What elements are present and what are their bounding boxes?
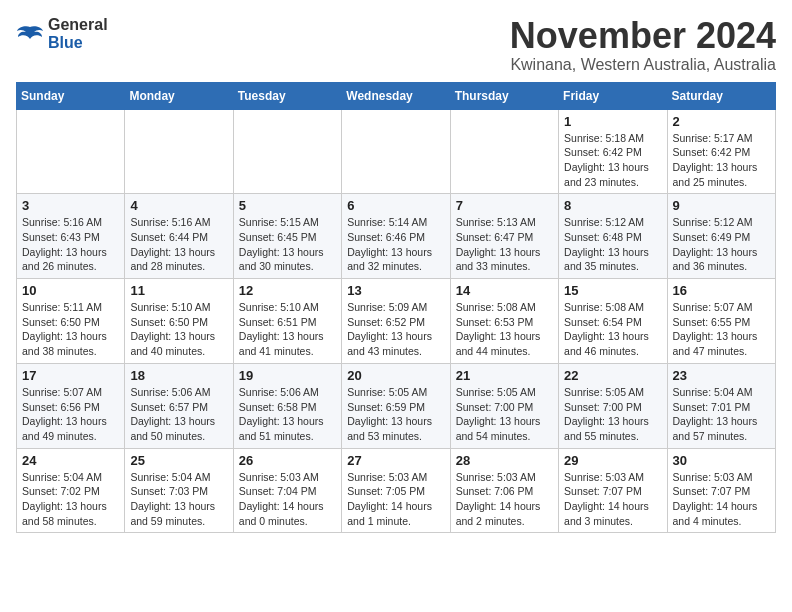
day-cell: 11Sunrise: 5:10 AM Sunset: 6:50 PM Dayli…: [125, 279, 233, 364]
day-detail: Sunrise: 5:10 AM Sunset: 6:51 PM Dayligh…: [239, 300, 336, 359]
day-detail: Sunrise: 5:15 AM Sunset: 6:45 PM Dayligh…: [239, 215, 336, 274]
col-header-saturday: Saturday: [667, 82, 775, 109]
day-detail: Sunrise: 5:04 AM Sunset: 7:02 PM Dayligh…: [22, 470, 119, 529]
day-detail: Sunrise: 5:06 AM Sunset: 6:58 PM Dayligh…: [239, 385, 336, 444]
col-header-thursday: Thursday: [450, 82, 558, 109]
day-cell: 28Sunrise: 5:03 AM Sunset: 7:06 PM Dayli…: [450, 448, 558, 533]
month-title: November 2024: [510, 16, 776, 56]
day-detail: Sunrise: 5:05 AM Sunset: 6:59 PM Dayligh…: [347, 385, 444, 444]
day-detail: Sunrise: 5:03 AM Sunset: 7:04 PM Dayligh…: [239, 470, 336, 529]
day-cell: 9Sunrise: 5:12 AM Sunset: 6:49 PM Daylig…: [667, 194, 775, 279]
day-cell: 10Sunrise: 5:11 AM Sunset: 6:50 PM Dayli…: [17, 279, 125, 364]
day-cell: [233, 109, 341, 194]
day-cell: 7Sunrise: 5:13 AM Sunset: 6:47 PM Daylig…: [450, 194, 558, 279]
day-detail: Sunrise: 5:03 AM Sunset: 7:07 PM Dayligh…: [673, 470, 770, 529]
day-cell: 13Sunrise: 5:09 AM Sunset: 6:52 PM Dayli…: [342, 279, 450, 364]
day-number: 22: [564, 368, 661, 383]
day-number: 9: [673, 198, 770, 213]
day-number: 28: [456, 453, 553, 468]
day-cell: 14Sunrise: 5:08 AM Sunset: 6:53 PM Dayli…: [450, 279, 558, 364]
col-header-monday: Monday: [125, 82, 233, 109]
day-number: 5: [239, 198, 336, 213]
day-detail: Sunrise: 5:18 AM Sunset: 6:42 PM Dayligh…: [564, 131, 661, 190]
day-number: 7: [456, 198, 553, 213]
day-number: 23: [673, 368, 770, 383]
day-number: 17: [22, 368, 119, 383]
day-cell: 19Sunrise: 5:06 AM Sunset: 6:58 PM Dayli…: [233, 363, 341, 448]
page-header: General Blue November 2024 Kwinana, West…: [16, 16, 776, 74]
day-number: 26: [239, 453, 336, 468]
day-number: 4: [130, 198, 227, 213]
day-cell: 26Sunrise: 5:03 AM Sunset: 7:04 PM Dayli…: [233, 448, 341, 533]
day-cell: 17Sunrise: 5:07 AM Sunset: 6:56 PM Dayli…: [17, 363, 125, 448]
day-detail: Sunrise: 5:03 AM Sunset: 7:06 PM Dayligh…: [456, 470, 553, 529]
logo: General Blue: [16, 16, 108, 52]
day-number: 16: [673, 283, 770, 298]
week-row-2: 3Sunrise: 5:16 AM Sunset: 6:43 PM Daylig…: [17, 194, 776, 279]
day-detail: Sunrise: 5:05 AM Sunset: 7:00 PM Dayligh…: [564, 385, 661, 444]
day-cell: 22Sunrise: 5:05 AM Sunset: 7:00 PM Dayli…: [559, 363, 667, 448]
logo-blue: Blue: [48, 34, 83, 51]
calendar-table: SundayMondayTuesdayWednesdayThursdayFrid…: [16, 82, 776, 534]
day-cell: 4Sunrise: 5:16 AM Sunset: 6:44 PM Daylig…: [125, 194, 233, 279]
logo-text: General Blue: [48, 16, 108, 52]
day-detail: Sunrise: 5:07 AM Sunset: 6:55 PM Dayligh…: [673, 300, 770, 359]
day-number: 19: [239, 368, 336, 383]
day-cell: 23Sunrise: 5:04 AM Sunset: 7:01 PM Dayli…: [667, 363, 775, 448]
day-number: 18: [130, 368, 227, 383]
day-number: 30: [673, 453, 770, 468]
day-number: 3: [22, 198, 119, 213]
day-detail: Sunrise: 5:04 AM Sunset: 7:03 PM Dayligh…: [130, 470, 227, 529]
day-cell: 8Sunrise: 5:12 AM Sunset: 6:48 PM Daylig…: [559, 194, 667, 279]
day-cell: 5Sunrise: 5:15 AM Sunset: 6:45 PM Daylig…: [233, 194, 341, 279]
day-number: 20: [347, 368, 444, 383]
day-cell: 30Sunrise: 5:03 AM Sunset: 7:07 PM Dayli…: [667, 448, 775, 533]
logo-general: General: [48, 16, 108, 33]
day-cell: 18Sunrise: 5:06 AM Sunset: 6:57 PM Dayli…: [125, 363, 233, 448]
day-number: 27: [347, 453, 444, 468]
col-header-wednesday: Wednesday: [342, 82, 450, 109]
day-cell: 3Sunrise: 5:16 AM Sunset: 6:43 PM Daylig…: [17, 194, 125, 279]
week-row-3: 10Sunrise: 5:11 AM Sunset: 6:50 PM Dayli…: [17, 279, 776, 364]
day-detail: Sunrise: 5:08 AM Sunset: 6:53 PM Dayligh…: [456, 300, 553, 359]
day-number: 25: [130, 453, 227, 468]
day-cell: 15Sunrise: 5:08 AM Sunset: 6:54 PM Dayli…: [559, 279, 667, 364]
day-cell: 6Sunrise: 5:14 AM Sunset: 6:46 PM Daylig…: [342, 194, 450, 279]
day-detail: Sunrise: 5:08 AM Sunset: 6:54 PM Dayligh…: [564, 300, 661, 359]
day-detail: Sunrise: 5:10 AM Sunset: 6:50 PM Dayligh…: [130, 300, 227, 359]
day-number: 8: [564, 198, 661, 213]
day-detail: Sunrise: 5:16 AM Sunset: 6:44 PM Dayligh…: [130, 215, 227, 274]
day-cell: [450, 109, 558, 194]
day-detail: Sunrise: 5:03 AM Sunset: 7:07 PM Dayligh…: [564, 470, 661, 529]
day-cell: [342, 109, 450, 194]
day-number: 10: [22, 283, 119, 298]
day-cell: 29Sunrise: 5:03 AM Sunset: 7:07 PM Dayli…: [559, 448, 667, 533]
day-number: 24: [22, 453, 119, 468]
day-detail: Sunrise: 5:09 AM Sunset: 6:52 PM Dayligh…: [347, 300, 444, 359]
day-number: 13: [347, 283, 444, 298]
day-detail: Sunrise: 5:12 AM Sunset: 6:48 PM Dayligh…: [564, 215, 661, 274]
day-detail: Sunrise: 5:11 AM Sunset: 6:50 PM Dayligh…: [22, 300, 119, 359]
day-number: 21: [456, 368, 553, 383]
location-title: Kwinana, Western Australia, Australia: [510, 56, 776, 74]
day-detail: Sunrise: 5:05 AM Sunset: 7:00 PM Dayligh…: [456, 385, 553, 444]
day-cell: 1Sunrise: 5:18 AM Sunset: 6:42 PM Daylig…: [559, 109, 667, 194]
day-cell: 20Sunrise: 5:05 AM Sunset: 6:59 PM Dayli…: [342, 363, 450, 448]
day-number: 15: [564, 283, 661, 298]
day-number: 14: [456, 283, 553, 298]
day-cell: 25Sunrise: 5:04 AM Sunset: 7:03 PM Dayli…: [125, 448, 233, 533]
col-header-tuesday: Tuesday: [233, 82, 341, 109]
day-cell: 2Sunrise: 5:17 AM Sunset: 6:42 PM Daylig…: [667, 109, 775, 194]
day-cell: [125, 109, 233, 194]
day-number: 6: [347, 198, 444, 213]
day-detail: Sunrise: 5:16 AM Sunset: 6:43 PM Dayligh…: [22, 215, 119, 274]
header-row: SundayMondayTuesdayWednesdayThursdayFrid…: [17, 82, 776, 109]
day-cell: 24Sunrise: 5:04 AM Sunset: 7:02 PM Dayli…: [17, 448, 125, 533]
day-detail: Sunrise: 5:06 AM Sunset: 6:57 PM Dayligh…: [130, 385, 227, 444]
day-detail: Sunrise: 5:04 AM Sunset: 7:01 PM Dayligh…: [673, 385, 770, 444]
day-detail: Sunrise: 5:13 AM Sunset: 6:47 PM Dayligh…: [456, 215, 553, 274]
day-detail: Sunrise: 5:14 AM Sunset: 6:46 PM Dayligh…: [347, 215, 444, 274]
day-number: 12: [239, 283, 336, 298]
day-number: 2: [673, 114, 770, 129]
week-row-5: 24Sunrise: 5:04 AM Sunset: 7:02 PM Dayli…: [17, 448, 776, 533]
